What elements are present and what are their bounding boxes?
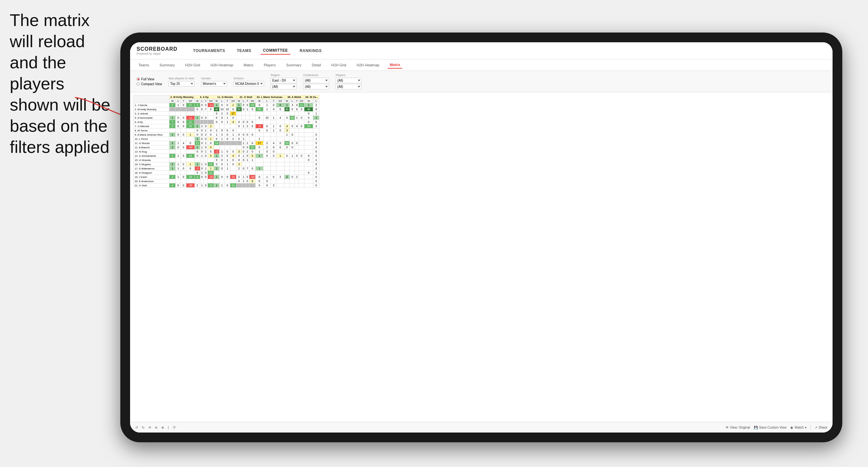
matrix-cell: 0 [304,154,313,158]
nav-tournaments[interactable]: TOURNAMENTS [191,47,228,54]
matrix-cell [186,179,195,183]
sub-nav-summary2[interactable]: Summary [284,62,303,68]
zoom-in-button[interactable]: ⊕ [161,426,164,429]
matrix-cell [181,179,186,183]
sub-nav-players[interactable]: Players [262,62,278,68]
matrix-cell: -31 [230,175,236,179]
matrix-cell [299,120,304,124]
nav-items: TOURNAMENTS TEAMS COMMITTEE RANKINGS [191,47,324,55]
matrix-cell [230,141,236,145]
matrix-cell: 1 [256,166,264,171]
nav-rankings[interactable]: RANKINGS [297,47,324,54]
matrix-cell: 3 [290,103,295,107]
matrix-cell: 1 [169,166,176,171]
save-custom-button[interactable]: 💾 Save Custom View [754,426,786,429]
compact-view-option[interactable]: Compact View [136,82,162,86]
full-view-option[interactable]: Full View [136,77,162,81]
table-row: 21. O Stoll400-3821014110100030 [134,183,319,188]
sub-nav-teams[interactable]: Teams [136,62,151,68]
matrix-cell [169,112,176,116]
watch-button[interactable]: ◉ Watch ▾ [790,426,807,429]
matrix-cell: 0 [263,124,271,128]
bottom-toolbar: ↺ ↻ ⟲ ⊖ ⊕ | ⏱ 👁 View: Original 💾 Save Cu… [130,422,833,433]
undo-button[interactable]: ↺ [135,426,138,429]
sub-nav-h2h-heatmap[interactable]: H2H Heatmap [209,62,235,68]
matrix-cell: 1 [246,141,249,145]
nav-teams[interactable]: TEAMS [234,47,254,54]
matrix-area[interactable]: 2. M Kelly Mulcahy 6. A Dy 11. G Woods 2… [130,92,833,422]
sh-38-dif: Dif [299,99,304,103]
matrix-cell [249,183,256,188]
region-select[interactable]: East - DII [271,78,297,83]
sh-6-t: T [204,99,208,103]
conference-all-select[interactable]: (All) [303,84,329,89]
sub-nav-summary[interactable]: Summary [157,62,177,68]
view-original-button[interactable]: 👁 View: Original [725,426,750,429]
matrix-cell [204,112,208,116]
max-players-select[interactable]: Top 25 [168,81,194,87]
matrix-cell: 0 [208,128,214,133]
matrix-cell [181,112,186,116]
matrix-cell: 1 [225,116,230,120]
matrix-cell: 0 [313,107,319,112]
sub-nav-detail[interactable]: Detail [310,62,323,68]
matrix-cell [295,128,299,133]
matrix-cell: 0 [200,103,204,107]
matrix-cell: 0 [271,150,276,154]
matrix-cell: 1 [204,166,208,171]
conference-select[interactable]: (All) [303,78,329,83]
timer-button[interactable]: ⏱ [173,426,176,429]
sh-6-dif: Dif [208,99,214,103]
matrix-cell: 0 [214,116,219,120]
matrix-cell: 4 [208,145,214,150]
col-player-2: 2. M Kelly Mulcahy [169,95,195,99]
matrix-cell [284,120,289,124]
share-button[interactable]: ↗ Share [815,426,827,429]
matrix-cell [276,166,284,171]
matrix-cell: 0 [204,124,208,128]
matrix-cell: 7 [169,120,176,124]
matrix-cell: 0 [204,175,208,179]
sh-23-l: L [263,99,271,103]
players-select[interactable]: (All) [336,78,362,83]
matrix-cell [237,128,242,133]
gender-select[interactable]: Women's [201,81,227,87]
sub-nav-matrix2[interactable]: Matrix [388,61,402,69]
matrix-cell: 0 [246,103,249,107]
matrix-cell [176,179,181,183]
matrix-cell [225,179,230,183]
matrix-cell: 1 [276,154,284,158]
matrix-cell: 1 [242,141,246,145]
full-view-radio[interactable] [136,77,140,81]
matrix-cell: -11 [186,116,195,120]
matrix-cell: 1 [214,103,219,107]
matrix-cell: 1 [176,154,181,158]
redo-button[interactable]: ↻ [142,426,145,429]
sub-nav-h2h-grid[interactable]: H2H Grid [183,62,202,68]
sub-nav-h2h-heatmap2[interactable]: H2H Heatmap [355,62,381,68]
matrix-cell: 0 [290,175,295,179]
matrix-cell [219,141,224,145]
sub-nav-h2h-grid2[interactable]: H2H Grid [330,62,348,68]
matrix-cell [299,112,304,116]
matrix-cell: 0 [208,133,214,137]
matrix-cell: 0 [181,145,186,150]
matrix-cell: 0 [290,141,295,145]
matrix-cell: 0 [214,137,219,141]
player-name-cell: 8. M Torres [134,128,169,133]
zoom-out-button[interactable]: ⊖ [155,426,157,429]
matrix-cell [219,171,224,175]
nav-committee[interactable]: COMMITTEE [260,47,291,55]
matrix-cell [169,137,176,141]
players-all-select[interactable]: (All) [336,84,362,89]
matrix-cell: -4 [256,124,264,128]
sub-nav-matrix[interactable]: Matrix [242,62,255,68]
matrix-cell: 1 [214,175,219,179]
reset-button[interactable]: ⟲ [148,426,151,429]
matrix-cell: 0 [176,120,181,124]
matrix-cell: 1 [214,183,219,188]
matrix-cell: 0 [214,158,219,162]
region-all-select[interactable]: (All) [271,84,297,89]
compact-view-radio[interactable] [136,82,140,86]
division-select[interactable]: NCAA Division II [234,81,264,87]
